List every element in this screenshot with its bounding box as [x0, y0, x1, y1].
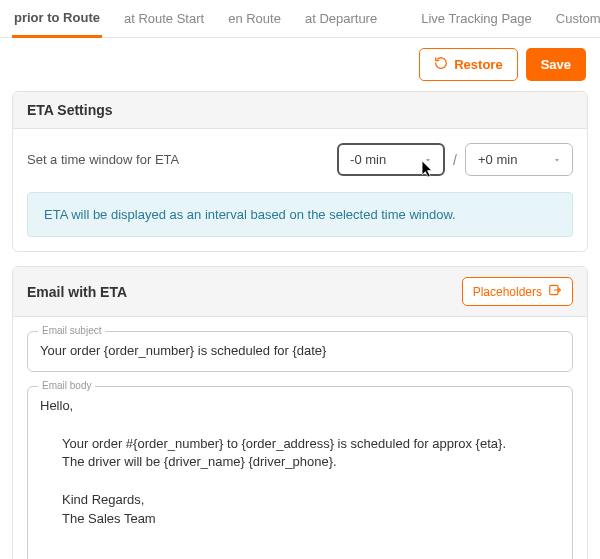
restore-button[interactable]: Restore: [419, 48, 517, 81]
email-subject-field[interactable]: Email subject Your order {order_number} …: [27, 331, 573, 372]
tab-custom[interactable]: Custom: [554, 1, 600, 36]
actions-bar: Restore Save: [0, 38, 600, 91]
tab-prior-to-route[interactable]: prior to Route: [12, 0, 102, 38]
tab-en-route[interactable]: en Route: [226, 1, 283, 36]
eta-plus-value: +0 min: [478, 152, 517, 167]
eta-panel-body: Set a time window for ETA -0 min / +0 mi…: [13, 129, 587, 251]
tab-at-departure[interactable]: at Departure: [303, 1, 379, 36]
email-body-value: Hello, Your order #{order_number} to {or…: [40, 397, 560, 559]
email-body-label: Email body: [38, 380, 95, 391]
save-label: Save: [541, 57, 571, 72]
save-button[interactable]: Save: [526, 48, 586, 81]
eta-settings-panel: ETA Settings Set a time window for ETA -…: [12, 91, 588, 252]
eta-minus-select[interactable]: -0 min: [337, 143, 445, 176]
eta-minus-value: -0 min: [350, 152, 386, 167]
eta-window-label: Set a time window for ETA: [27, 152, 179, 167]
restore-label: Restore: [454, 57, 502, 72]
eta-separator: /: [453, 152, 457, 168]
eta-plus-select[interactable]: +0 min: [465, 143, 573, 176]
email-subject-value: Your order {order_number} is scheduled f…: [40, 342, 560, 361]
chevron-down-icon: [423, 155, 433, 165]
tabs-bar: prior to Route at Route Start en Route a…: [0, 0, 600, 38]
tab-live-tracking-page[interactable]: Live Tracking Page: [419, 1, 534, 36]
email-panel-body: Email subject Your order {order_number} …: [13, 317, 587, 559]
email-panel-header: Email with ETA Placeholders: [13, 267, 587, 317]
eta-panel-title: ETA Settings: [27, 102, 113, 118]
restore-icon: [434, 56, 448, 73]
email-subject-label: Email subject: [38, 325, 105, 336]
eta-info-box: ETA will be displayed as an interval bas…: [27, 192, 573, 237]
email-panel: Email with ETA Placeholders Email subjec…: [12, 266, 588, 559]
email-panel-title: Email with ETA: [27, 284, 127, 300]
placeholders-label: Placeholders: [473, 285, 542, 299]
placeholders-button[interactable]: Placeholders: [462, 277, 573, 306]
chevron-down-icon: [552, 155, 562, 165]
email-body-field[interactable]: Email body Hello, Your order #{order_num…: [27, 386, 573, 559]
insert-icon: [548, 283, 562, 300]
eta-panel-header: ETA Settings: [13, 92, 587, 129]
eta-controls: -0 min / +0 min: [337, 143, 573, 176]
tab-at-route-start[interactable]: at Route Start: [122, 1, 206, 36]
